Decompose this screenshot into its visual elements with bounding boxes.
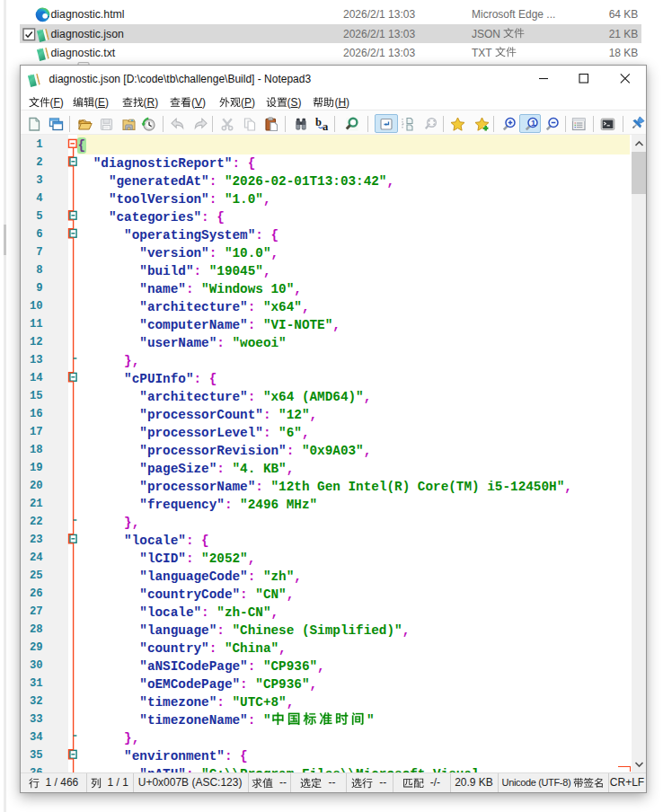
svg-text:b: b [315, 117, 322, 128]
svg-text:1: 1 [531, 118, 536, 128]
svg-text:a: a [323, 119, 329, 132]
